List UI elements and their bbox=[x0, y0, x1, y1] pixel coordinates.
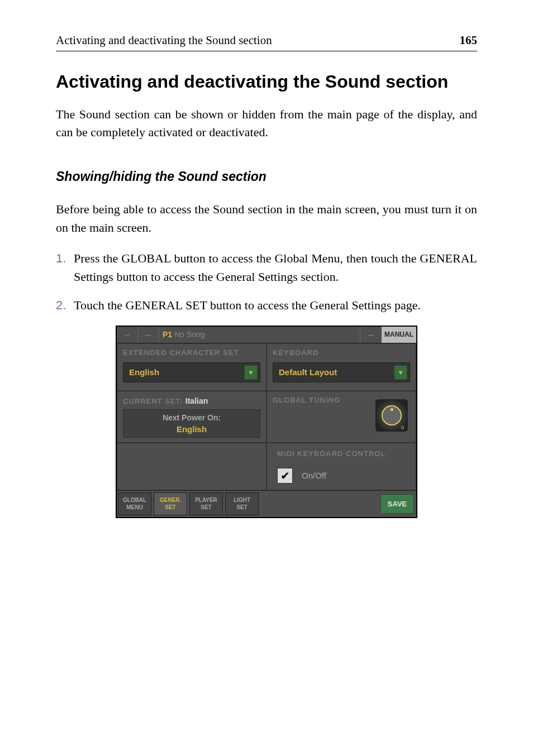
keyboard-panel: KEYBOARD Default Layout ▼ bbox=[266, 343, 416, 391]
player-set-button[interactable]: PLAYER SET bbox=[189, 492, 223, 515]
player-number: P1 bbox=[163, 330, 172, 339]
btn-line1: GENER. bbox=[160, 496, 181, 504]
knob-zero-label: 0 bbox=[401, 425, 404, 430]
toolbar-spacer bbox=[260, 491, 378, 517]
song-name: No Song bbox=[174, 330, 204, 339]
panel-label: EXTENDED CHARACTER SET bbox=[123, 348, 260, 357]
panel-label: CURRENT SET: bbox=[123, 397, 183, 405]
topbar-field-1: -- bbox=[117, 327, 138, 343]
step-2: 2. Touch the GENERAL SET button to acces… bbox=[56, 296, 477, 314]
global-menu-button[interactable]: GLOBAL MENU bbox=[118, 492, 151, 515]
current-set-value: Italian bbox=[185, 396, 208, 405]
empty-panel bbox=[117, 443, 266, 490]
panel-label-row: CURRENT SET: Italian bbox=[123, 396, 260, 406]
topbar-song: P1 No Song bbox=[159, 327, 360, 343]
knob-indicator bbox=[391, 408, 393, 411]
next-power-on-box: Next Power On: English bbox=[123, 409, 260, 438]
before-paragraph: Before being able to access the Sound se… bbox=[56, 200, 477, 237]
dropdown-value: Default Layout bbox=[279, 367, 394, 377]
step-text: Touch the GENERAL SET button to access t… bbox=[74, 296, 477, 314]
topbar-field-4: --- bbox=[360, 327, 382, 343]
global-tuning-panel: GLOBAL TUNING 0 bbox=[266, 391, 416, 443]
btn-line2: MENU bbox=[126, 504, 142, 511]
panel-label: KEYBOARD bbox=[273, 348, 410, 357]
knob-icon bbox=[382, 405, 402, 425]
btn-line2: SET bbox=[201, 504, 211, 511]
subsection-heading: Showing/hiding the Sound section bbox=[56, 169, 477, 184]
midi-keyboard-panel: MIDI KEYBOARD CONTROL ✔ On/Off bbox=[266, 443, 416, 490]
next-power-value: English bbox=[127, 424, 256, 434]
general-set-button[interactable]: GENER. SET bbox=[154, 492, 187, 515]
onoff-label: On/Off bbox=[302, 471, 326, 480]
btn-line1: GLOBAL bbox=[123, 496, 146, 504]
light-set-button[interactable]: LIGHT SET bbox=[225, 492, 259, 515]
midi-onoff-checkbox[interactable]: ✔ bbox=[277, 468, 293, 484]
step-number: 2. bbox=[56, 296, 74, 314]
keyboard-dropdown[interactable]: Default Layout ▼ bbox=[273, 362, 410, 382]
tuning-knob[interactable]: 0 bbox=[375, 399, 408, 432]
extended-charset-panel: EXTENDED CHARACTER SET English ▼ bbox=[117, 343, 266, 391]
dropdown-value: English bbox=[129, 367, 244, 377]
step-1: 1. Press the GLOBAL button to access the… bbox=[56, 249, 477, 286]
settings-grid: EXTENDED CHARACTER SET English ▼ KEYBOAR… bbox=[117, 343, 416, 490]
step-text: Press the GLOBAL button to access the Gl… bbox=[74, 249, 477, 286]
page-number: 165 bbox=[460, 34, 478, 47]
topbar: -- --- P1 No Song --- MANUAL bbox=[117, 327, 416, 343]
topbar-field-2: --- bbox=[138, 327, 159, 343]
bottom-toolbar: GLOBAL MENU GENER. SET PLAYER SET LIGHT … bbox=[117, 490, 416, 517]
btn-line1: PLAYER bbox=[195, 496, 217, 504]
page-header: Activating and deactivating the Sound se… bbox=[56, 34, 477, 51]
btn-line2: SET bbox=[236, 504, 247, 511]
save-button[interactable]: SAVE bbox=[380, 494, 414, 514]
header-section-title: Activating and deactivating the Sound se… bbox=[56, 34, 272, 47]
manual-button[interactable]: MANUAL bbox=[382, 327, 416, 343]
device-screenshot: -- --- P1 No Song --- MANUAL EXTENDED CH… bbox=[116, 326, 417, 518]
next-power-label: Next Power On: bbox=[127, 413, 256, 422]
main-title: Activating and deactivating the Sound se… bbox=[56, 71, 477, 92]
panel-label: MIDI KEYBOARD CONTROL bbox=[277, 449, 410, 458]
chevron-down-icon[interactable]: ▼ bbox=[244, 365, 258, 380]
intro-paragraph: The Sound section can be shown or hidden… bbox=[56, 106, 477, 141]
current-set-panel: CURRENT SET: Italian Next Power On: Engl… bbox=[117, 391, 266, 443]
btn-line2: SET bbox=[165, 504, 175, 511]
chevron-down-icon[interactable]: ▼ bbox=[394, 365, 407, 380]
step-number: 1. bbox=[56, 249, 74, 286]
charset-dropdown[interactable]: English ▼ bbox=[123, 362, 260, 382]
btn-line1: LIGHT bbox=[234, 496, 250, 504]
